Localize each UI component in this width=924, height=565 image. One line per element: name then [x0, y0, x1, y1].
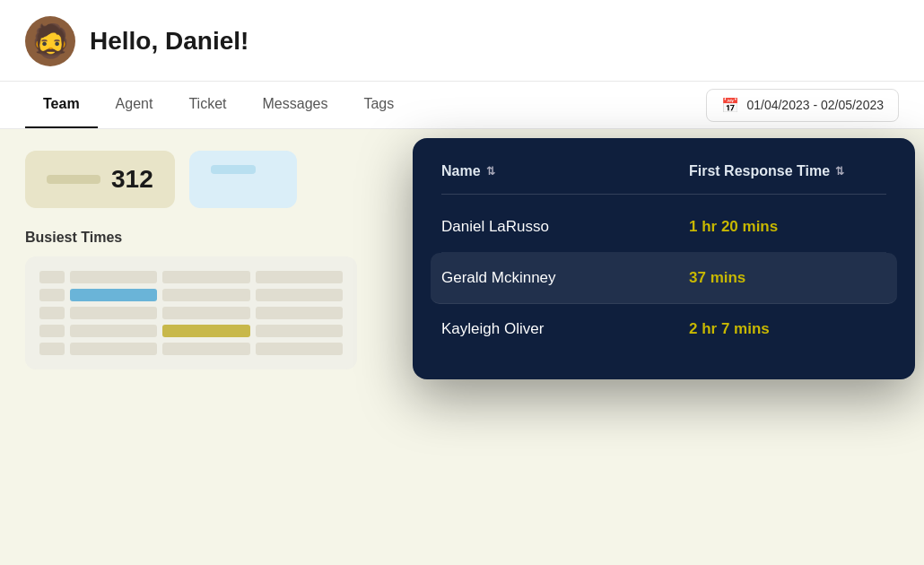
popup-header: Name ⇅ First Response Time ⇅ [441, 163, 886, 195]
grid-cell [70, 325, 157, 337]
tab-ticket[interactable]: Ticket [170, 82, 244, 128]
tab-tags[interactable]: Tags [345, 82, 412, 128]
grid-cell [256, 271, 343, 283]
nav-tabs: Team Agent Ticket Messages Tags [25, 82, 706, 128]
row-name-3: Kayleigh Oliver [441, 320, 689, 338]
popup-col-name: Name ⇅ [441, 163, 689, 179]
row-time-2: 37 mins [689, 269, 886, 287]
col-response-label: First Response Time [689, 163, 830, 179]
grid-cell-highlight [162, 325, 249, 337]
stat-blue-bar [211, 165, 256, 174]
grid-cell [162, 343, 249, 355]
response-time-popup: Name ⇅ First Response Time ⇅ Daniel LaRu… [413, 138, 915, 379]
tab-messages[interactable]: Messages [245, 82, 346, 128]
popup-row-1: Daniel LaRusso 1 hr 20 mins [441, 202, 886, 253]
row-time-3: 2 hr 7 mins [689, 320, 886, 338]
row-name-2: Gerald Mckinney [441, 269, 689, 287]
date-filter[interactable]: 📅 01/04/2023 - 02/05/2023 [706, 89, 899, 122]
grid-cell [256, 289, 343, 301]
busiest-times-card [25, 256, 357, 369]
grid-cell [70, 343, 157, 355]
tab-agent[interactable]: Agent [98, 82, 171, 128]
grid-row [39, 307, 343, 319]
popup-row-3: Kayleigh Oliver 2 hr 7 mins [441, 304, 886, 354]
stat-label-bar [47, 175, 100, 184]
grid-cell [39, 271, 65, 283]
grid-cell [256, 325, 343, 337]
grid-row [39, 271, 343, 283]
grid-rows [39, 271, 343, 355]
grid-cell [162, 271, 249, 283]
grid-cell [70, 307, 157, 319]
stat-card-1: 312 [25, 151, 175, 208]
grid-cell [162, 307, 249, 319]
grid-cell [39, 289, 65, 301]
col-name-label: Name [441, 163, 481, 179]
grid-row [39, 289, 343, 301]
page-wrapper: 🧔 Hello, Daniel! Team Agent Ticket Messa… [0, 0, 924, 565]
grid-cell [39, 307, 65, 319]
stat-value: 312 [111, 165, 153, 194]
row-name-1: Daniel LaRusso [441, 218, 689, 236]
avatar: 🧔 [25, 16, 75, 66]
grid-cell [70, 271, 157, 283]
row-time-1: 1 hr 20 mins [689, 218, 886, 236]
popup-col-response: First Response Time ⇅ [689, 163, 886, 179]
nav-bar: Team Agent Ticket Messages Tags 📅 01/04/… [0, 82, 924, 129]
avatar-emoji: 🧔 [31, 25, 71, 57]
stat-card-2 [189, 151, 297, 208]
grid-cell-highlight [70, 289, 157, 301]
grid-cell [39, 343, 65, 355]
main-content: 312 Busiest Times [0, 129, 924, 391]
grid-row [39, 325, 343, 337]
grid-cell [256, 307, 343, 319]
calendar-icon: 📅 [721, 97, 739, 114]
grid-cell [162, 289, 249, 301]
popup-row-2: Gerald Mckinney 37 mins [431, 253, 897, 304]
grid-row [39, 343, 343, 355]
grid-cell [256, 343, 343, 355]
date-range-text: 01/04/2023 - 02/05/2023 [746, 98, 884, 112]
grid-cell [39, 325, 65, 337]
page-title: Hello, Daniel! [90, 27, 248, 56]
sort-icon-name[interactable]: ⇅ [486, 165, 495, 178]
sort-icon-response[interactable]: ⇅ [835, 165, 844, 178]
header: 🧔 Hello, Daniel! [0, 0, 924, 82]
tab-team[interactable]: Team [25, 82, 98, 128]
